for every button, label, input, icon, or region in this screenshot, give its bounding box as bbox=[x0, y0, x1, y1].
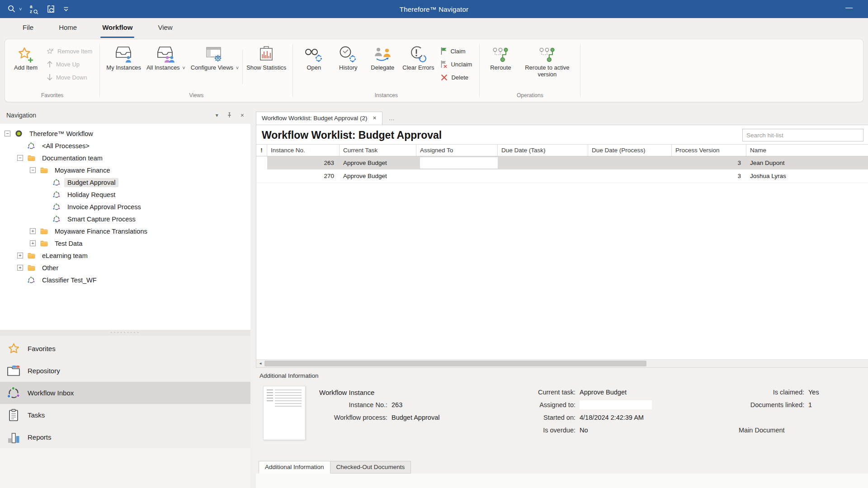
workflow-icon bbox=[6, 387, 21, 399]
move-down-button[interactable]: Move Down bbox=[47, 73, 92, 82]
tree-item-test-data[interactable]: + Test Data bbox=[3, 237, 250, 249]
sidebar-item-tasks[interactable]: Tasks bbox=[0, 404, 250, 426]
tree-item-invoice-approval-process[interactable]: Invoice Approval Process bbox=[3, 201, 250, 213]
configure-views-icon bbox=[205, 45, 224, 65]
tab-file[interactable]: File bbox=[10, 18, 46, 39]
tree-item-elearning-team[interactable]: + eLearning team bbox=[3, 249, 250, 262]
collapse-icon[interactable]: − bbox=[5, 131, 10, 136]
sidebar-item-label: Workflow Inbox bbox=[28, 389, 74, 397]
tab-view[interactable]: View bbox=[145, 18, 185, 39]
document-thumbnail[interactable] bbox=[263, 386, 306, 440]
column-header-current-task[interactable]: Current Task bbox=[340, 145, 416, 156]
tree-item-documentation-team[interactable]: − Documentation team bbox=[3, 152, 250, 164]
tasks-clipboard-icon bbox=[6, 409, 21, 422]
hit-list-search bbox=[742, 129, 863, 141]
expand-icon[interactable]: + bbox=[30, 228, 36, 234]
close-tab-icon[interactable]: × bbox=[373, 114, 377, 122]
panel-splitter-handle[interactable]: ········· bbox=[0, 330, 250, 336]
panel-menu-chevron-icon[interactable]: ▾ bbox=[216, 112, 218, 118]
close-panel-icon[interactable]: × bbox=[241, 112, 244, 119]
delegate-icon bbox=[373, 45, 392, 65]
workflow-process-icon bbox=[52, 203, 61, 211]
expand-icon[interactable]: + bbox=[17, 265, 23, 271]
column-header-assigned-to[interactable]: Assigned To bbox=[416, 145, 498, 156]
my-instances-button[interactable]: My Instances bbox=[104, 43, 144, 91]
minimize-button[interactable]: — bbox=[845, 4, 853, 12]
move-up-button[interactable]: Move Up bbox=[47, 60, 92, 69]
pin-icon[interactable] bbox=[226, 112, 232, 118]
column-header-name[interactable]: Name bbox=[746, 145, 868, 156]
sidebar-item-workflow-inbox[interactable]: Workflow Inbox bbox=[0, 382, 250, 404]
claim-button[interactable]: Claim bbox=[440, 47, 472, 56]
tab-home[interactable]: Home bbox=[46, 18, 90, 39]
sidebar-item-repository[interactable]: Repository bbox=[0, 360, 250, 382]
refresh-view-icon[interactable] bbox=[46, 4, 56, 14]
delete-button[interactable]: Delete bbox=[440, 73, 472, 82]
search-icon[interactable] bbox=[7, 5, 16, 14]
column-header-urgent[interactable]: ! bbox=[256, 145, 267, 156]
reroute-active-version-button[interactable]: Reroute to active version bbox=[518, 43, 576, 91]
column-header-process-version[interactable]: Process Version bbox=[672, 145, 746, 156]
sort-az-icon[interactable]: a z bbox=[29, 4, 39, 14]
tree-item-smart-capture-process[interactable]: Smart Capture Process bbox=[3, 213, 250, 225]
current-task-label: Current task: bbox=[534, 389, 580, 396]
ribbon-display-options-icon[interactable] bbox=[63, 6, 69, 12]
tree-item-moyaware-finance[interactable]: − Moyaware Finance bbox=[3, 164, 250, 176]
table-row-instance-263[interactable]: 263 Approve Budget 3 Jean Dupont bbox=[256, 156, 868, 169]
clear-errors-button[interactable]: Clear Errors bbox=[400, 43, 437, 91]
horizontal-scrollbar[interactable]: ◄ bbox=[256, 359, 868, 367]
tab-checked-out-documents[interactable]: Checked-Out Documents bbox=[330, 461, 411, 474]
search-dropdown-icon[interactable]: ˅ bbox=[19, 6, 22, 12]
worklist-tab[interactable]: Workflow Worklist: Budget Approval (2) × bbox=[256, 112, 382, 125]
worklist-panel: Workflow Worklist: Budget Approval ! Ins… bbox=[256, 125, 868, 368]
show-statistics-button[interactable]: Show Statistics bbox=[244, 43, 289, 91]
tree-item-therefore-workflow[interactable]: − Therefore™ Workflow bbox=[3, 127, 250, 140]
add-item-button[interactable]: Add Item bbox=[9, 43, 43, 91]
tree-item-holiday-request[interactable]: Holiday Request bbox=[3, 188, 250, 201]
tab-overflow-button[interactable]: … bbox=[382, 115, 401, 125]
workflow-process-icon bbox=[27, 277, 36, 284]
workflow-instance-heading: Workflow Instance bbox=[319, 386, 514, 399]
sidebar-item-reports[interactable]: Reports bbox=[0, 426, 250, 448]
tab-file-label: File bbox=[23, 23, 33, 31]
button-separator bbox=[242, 50, 243, 84]
tree-item-classifier-test-wf[interactable]: Classifier Test_WF bbox=[3, 274, 250, 286]
all-instances-button[interactable]: All Instances ˅ bbox=[144, 43, 188, 91]
column-header-due-date-task[interactable]: Due Date (Task) bbox=[498, 145, 588, 156]
tree-item-budget-approval[interactable]: Budget Approval bbox=[3, 176, 250, 188]
collapse-icon[interactable]: − bbox=[30, 167, 36, 173]
expand-icon[interactable]: + bbox=[17, 253, 23, 258]
therefore-navigator-window: ˅ a z Therefore™ Navigator bbox=[0, 0, 868, 488]
delegate-button[interactable]: Delegate bbox=[365, 43, 400, 91]
scroll-left-arrow-icon[interactable]: ◄ bbox=[256, 361, 264, 366]
tab-additional-information[interactable]: Additional Information bbox=[259, 461, 330, 474]
search-input[interactable] bbox=[742, 129, 863, 141]
scrollbar-thumb[interactable] bbox=[264, 361, 646, 366]
open-button[interactable]: Open bbox=[297, 43, 331, 91]
remove-item-button[interactable]: Remove Item bbox=[47, 47, 92, 56]
collapse-icon[interactable]: − bbox=[17, 155, 23, 161]
assigned-to-value-box bbox=[580, 400, 652, 409]
history-button[interactable]: History bbox=[331, 43, 365, 91]
tree-item-all-processes[interactable]: <All Processes> bbox=[3, 140, 250, 152]
clear-errors-label: Clear Errors bbox=[402, 65, 434, 71]
tree-item-label: Test Data bbox=[52, 239, 85, 248]
ribbon-tab-bar: File Home Workflow View bbox=[0, 18, 868, 39]
expand-icon[interactable]: + bbox=[30, 240, 36, 246]
reroute-active-version-icon bbox=[539, 45, 555, 65]
configure-views-button[interactable]: Configure Views ˅ bbox=[188, 43, 241, 91]
group-label-views: Views bbox=[100, 91, 292, 102]
is-claimed-value: Yes bbox=[808, 389, 819, 396]
unclaim-button[interactable]: Unclaim bbox=[440, 60, 472, 69]
sidebar-item-favorites[interactable]: Favorites bbox=[0, 338, 250, 360]
tab-workflow-label: Workflow bbox=[102, 23, 132, 31]
table-row-instance-270[interactable]: 270 Approve Budget 3 Joshua Lyras bbox=[256, 169, 868, 183]
column-header-instance-no[interactable]: Instance No. bbox=[267, 145, 340, 156]
reroute-button[interactable]: Reroute bbox=[483, 43, 518, 91]
tree-item-moyaware-finance-translations[interactable]: + Moyaware Finance Translations bbox=[3, 225, 250, 237]
due-date-task-cell bbox=[498, 156, 588, 169]
tab-workflow[interactable]: Workflow bbox=[90, 18, 145, 39]
therefore-logo-icon bbox=[14, 130, 23, 137]
column-header-due-date-process[interactable]: Due Date (Process) bbox=[588, 145, 672, 156]
tree-item-other[interactable]: + Other bbox=[3, 262, 250, 274]
